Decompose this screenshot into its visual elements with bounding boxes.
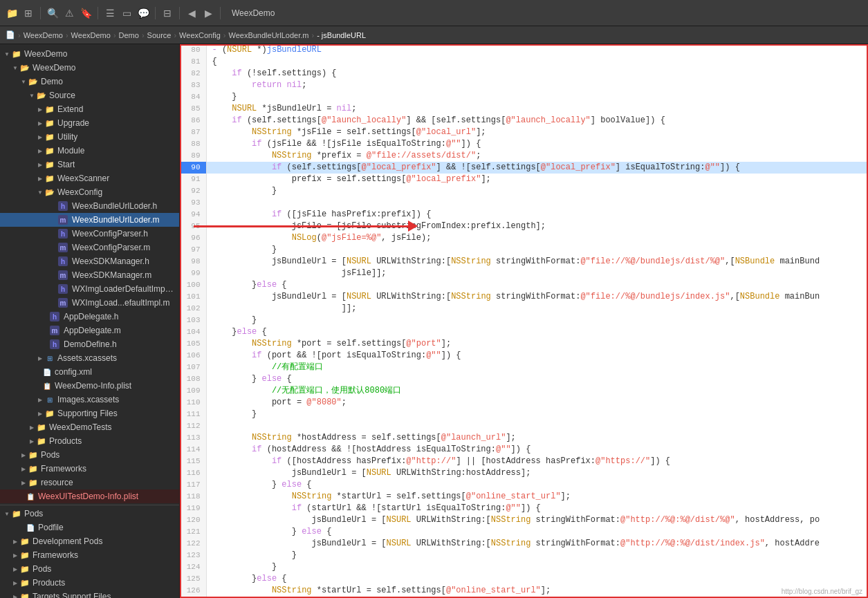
code-content[interactable]: { <box>206 56 868 68</box>
sidebar-item-wximgloader-m[interactable]: m WXImgLoad...efaultImpl.m <box>0 296 179 310</box>
sidebar-item-weexdemo[interactable]: ▼ 📂 WeexDemo <box>0 61 179 75</box>
sidebar-item-weexsdkmanager-m[interactable]: m WeexSDKManager.m <box>0 268 179 282</box>
sidebar-item-source[interactable]: ▼ 📂 Source <box>0 88 179 102</box>
sidebar-item-images-xcassets[interactable]: ▶ ⊞ Images.xcassets <box>0 393 179 407</box>
code-scroll[interactable]: 80 - (NSURL *)jsBundleURL 81 { 82 if (!s… <box>180 44 868 598</box>
code-content[interactable]: NSString *startUrl = self.settings[@"onl… <box>206 585 868 597</box>
code-content[interactable]: } <box>206 244 868 256</box>
code-content[interactable]: } <box>206 185 868 197</box>
sidebar-item-demodefine-h[interactable]: h DemoDefine.h <box>0 337 179 351</box>
sidebar-item-weexsdkmanager-h[interactable]: h WeexSDKManager.h <box>0 254 179 268</box>
sidebar-item-assets[interactable]: ▶ ⊞ Assets.xcassets <box>0 351 179 365</box>
code-content[interactable]: ]]; <box>206 303 868 315</box>
sidebar-item-resource[interactable]: ▶ 📁 resource <box>0 476 179 489</box>
code-content[interactable]: if (self.settings[@"local_prefix"] && ![… <box>206 162 868 174</box>
sidebar-item-appdelegate-h[interactable]: h AppDelegate.h <box>0 310 179 324</box>
breadcrumb-item-5[interactable]: Source <box>147 31 172 39</box>
sidebar-item-weexconfigparser-m[interactable]: m WeexConfigParser.m <box>0 241 179 254</box>
sidebar-item-weexdemotests[interactable]: ▶ 📁 WeexDemoTests <box>0 420 179 434</box>
sidebar-item-pods-weexdemo[interactable]: ▶ 📁 Pods <box>0 448 179 462</box>
folder-icon[interactable]: 📁 <box>6 7 18 19</box>
code-content[interactable]: jsBundleUrl = [NSURL URLWithString:[NSSt… <box>206 538 868 550</box>
sidebar-item-supporting-files[interactable]: ▶ 📁 Supporting Files <box>0 407 179 420</box>
code-content[interactable]: NSLog(@"jsFile=%@", jsFile); <box>206 232 868 244</box>
breadcrumb-item-3[interactable]: WeexDemo <box>71 31 111 39</box>
rect-icon[interactable]: ▭ <box>120 7 133 19</box>
sidebar-item-weexdemo-info-plist[interactable]: 📋 WeexDemo-Info.plist <box>0 379 179 393</box>
sidebar-item-frameworks-pods[interactable]: ▶ 📁 Frameworks <box>0 548 179 562</box>
sidebar-item-wximgloader-h[interactable]: h WXImgLoaderDefaultImpl.h <box>0 282 179 296</box>
sidebar-item-weexconfig[interactable]: ▼ 📂 WeexConfig <box>0 185 179 199</box>
sidebar-item-extend[interactable]: ▶ 📁 Extend <box>0 102 179 116</box>
forward-icon[interactable]: ▶ <box>202 7 214 19</box>
code-content[interactable]: } <box>206 315 868 326</box>
code-content[interactable]: } <box>206 561 868 573</box>
code-content[interactable]: }else { <box>206 573 868 585</box>
code-content[interactable]: NSString *prefix = @"file://assets/dist/… <box>206 150 868 162</box>
code-content[interactable]: - (NSURL *)jsBundleURL <box>206 44 868 56</box>
list-icon[interactable]: ☰ <box>104 7 116 19</box>
sidebar-item-upgrade[interactable]: ▶ 📁 Upgrade <box>0 116 179 130</box>
code-content[interactable]: } <box>206 409 868 420</box>
sidebar-item-frameworks-weexdemo[interactable]: ▶ 📁 Frameworks <box>0 462 179 476</box>
breadcrumb-item-2[interactable]: WeexDemo <box>24 31 63 39</box>
code-content[interactable]: } else { <box>206 479 868 491</box>
code-content[interactable]: if (jsFile && ![jsFile isEqualToString:@… <box>206 138 868 150</box>
sidebar-item-weexscanner[interactable]: ▶ 📁 WeexScanner <box>0 171 179 185</box>
code-content[interactable] <box>206 420 868 432</box>
code-content[interactable]: }else { <box>206 279 868 291</box>
code-content[interactable]: NSString *jsFile = self.settings[@"local… <box>206 127 868 138</box>
code-content[interactable]: } <box>206 91 868 103</box>
sidebar-item-weexdemo-root[interactable]: ▼ 📁 WeexDemo <box>0 47 179 61</box>
code-content[interactable]: prefix = self.settings[@"local_prefix"]; <box>206 174 868 185</box>
code-content[interactable]: NSString *hostAddress = self.settings[@"… <box>206 432 868 444</box>
code-content[interactable]: if (startUrl && ![startUrl isEqualToStri… <box>206 503 868 514</box>
speech-icon[interactable]: 💬 <box>137 7 149 19</box>
breadcrumb-item-7[interactable]: WeexBundleUrlLoder.m <box>228 31 308 39</box>
grid2-icon[interactable]: ⊟ <box>161 7 174 19</box>
breadcrumb-item-1[interactable]: 📄 <box>6 30 15 39</box>
sidebar-item-podfile[interactable]: 📄 Podfile <box>0 521 179 534</box>
code-content[interactable]: if ([jsFile hasPrefix:prefix]) { <box>206 209 868 221</box>
sidebar-item-weexconfigparser-h[interactable]: h WeexConfigParser.h <box>0 227 179 241</box>
search-icon[interactable]: 🔍 <box>46 7 59 19</box>
sidebar-item-start[interactable]: ▶ 📁 Start <box>0 158 179 171</box>
code-content[interactable]: if ([hostAddress hasPrefix:@"http://"] |… <box>206 456 868 467</box>
code-content[interactable]: if (!self.settings) { <box>206 68 868 80</box>
breadcrumb-item-4[interactable]: Demo <box>119 31 139 39</box>
sidebar-item-config-xml[interactable]: 📄 config.xml <box>0 365 179 379</box>
sidebar-item-module[interactable]: ▶ 📁 Module <box>0 144 179 158</box>
code-content[interactable]: port = @"8080"; <box>206 397 868 409</box>
sidebar-item-utility[interactable]: ▶ 📁 Utility <box>0 130 179 144</box>
bookmark-icon[interactable]: 🔖 <box>80 7 92 19</box>
code-content[interactable]: if (hostAddress && ![hostAddress isEqual… <box>206 444 868 456</box>
sidebar-item-weexbundleurlloader-h[interactable]: h WeexBundleUrlLoder.h <box>0 199 179 213</box>
sidebar-item-pods-root[interactable]: ▼ 📁 Pods <box>0 507 179 521</box>
code-content[interactable]: NSURL *jsBundleUrl = nil; <box>206 103 868 115</box>
code-content[interactable]: return nil; <box>206 80 868 91</box>
code-content[interactable]: jsFile]]; <box>206 268 868 279</box>
code-content[interactable]: } <box>206 550 868 561</box>
code-content[interactable]: NSString *port = self.settings[@"port"]; <box>206 338 868 350</box>
code-content[interactable]: //无配置端口，使用默认8080端口 <box>206 385 868 397</box>
code-content[interactable]: jsBundleUrl = [NSURL URLWithString:[NSSt… <box>206 291 868 303</box>
code-content[interactable]: //有配置端口 <box>206 362 868 373</box>
back-icon[interactable]: ◀ <box>185 7 198 19</box>
breadcrumb-item-6[interactable]: WeexConfig <box>179 31 221 39</box>
code-content[interactable]: } else { <box>206 526 868 538</box>
sidebar-item-appdelegate-m[interactable]: m AppDelegate.m <box>0 324 179 337</box>
code-content[interactable]: jsBundleUrl = [NSURL URLWithString:[NSSt… <box>206 256 868 268</box>
sidebar-item-pods-pods[interactable]: ▶ 📁 Pods <box>0 562 179 576</box>
sidebar-item-weexbundleurlloader-m[interactable]: m WeexBundleUrlLoder.m <box>0 213 179 227</box>
code-content[interactable]: }else { <box>206 326 868 338</box>
sidebar-item-demo[interactable]: ▼ 📂 Demo <box>0 75 179 88</box>
code-content[interactable]: jsBundleUrl = [NSURL URLWithString:hostA… <box>206 467 868 479</box>
warning-icon[interactable]: ⚠ <box>63 7 75 19</box>
code-content[interactable] <box>206 197 868 209</box>
code-content[interactable]: jsBundleUrl = [NSURL URLWithString:[NSSt… <box>206 514 868 526</box>
sidebar-item-targets-support-files[interactable]: ▶ 📁 Targets Support Files <box>0 590 179 598</box>
grid-icon[interactable]: ⊞ <box>22 7 35 19</box>
sidebar-item-weexuitestdemo-info[interactable]: 📋 WeexUITestDemo-Info.plist <box>0 489 179 503</box>
sidebar-item-products-demo[interactable]: ▶ 📁 Products <box>0 434 179 448</box>
code-content[interactable]: } else { <box>206 373 868 385</box>
